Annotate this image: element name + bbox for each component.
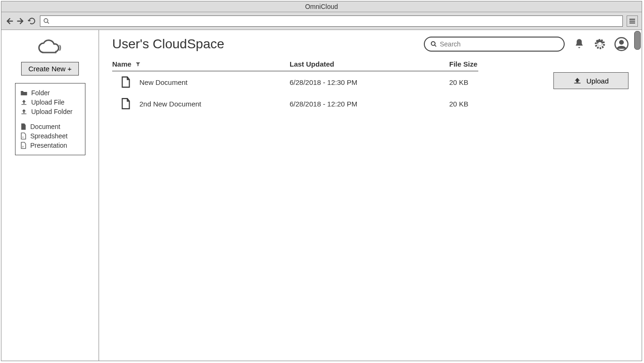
folder-icon (20, 90, 28, 96)
svg-point-0 (44, 18, 48, 22)
col-name-label: Name (112, 60, 131, 68)
file-date: 6/28/2018 - 12:30 PM (290, 78, 449, 86)
search-icon (43, 18, 50, 24)
forward-icon[interactable] (16, 17, 25, 25)
menu-item-spreadsheet[interactable]: x Spreadsheet (20, 131, 80, 141)
svg-rect-1 (21, 104, 26, 105)
filter-icon[interactable] (135, 61, 141, 67)
svg-text:x: x (22, 136, 23, 138)
upload-label: Upload (586, 77, 609, 85)
avatar-icon[interactable] (614, 37, 629, 51)
document-icon (121, 76, 131, 88)
svg-point-9 (619, 40, 624, 45)
file-name: New Document (139, 78, 188, 86)
menu-item-label: Upload File (31, 98, 65, 106)
bell-icon[interactable] (573, 38, 585, 50)
column-header-date[interactable]: Last Updated (290, 60, 449, 68)
menu-icon[interactable] (627, 15, 638, 27)
browser-toolbar (1, 12, 642, 30)
main-content: User's CloudSpace (99, 30, 642, 361)
sidebar: Create New + Folder Upload File (1, 30, 99, 361)
svg-point-5 (431, 42, 435, 45)
column-header-size[interactable]: File Size (449, 60, 478, 68)
menu-item-upload-file[interactable]: Upload File (20, 98, 80, 107)
gear-icon[interactable] (594, 38, 606, 50)
menu-item-label: Spreadsheet (31, 132, 68, 140)
upload-icon (20, 99, 28, 106)
search-input[interactable] (440, 40, 558, 48)
url-input[interactable] (52, 17, 620, 24)
search-icon (430, 41, 437, 47)
svg-point-7 (598, 42, 602, 46)
file-size: 20 KB (449, 78, 478, 86)
file-size: 20 KB (449, 100, 478, 108)
menu-item-folder[interactable]: Folder (20, 88, 80, 98)
url-bar[interactable] (40, 15, 623, 27)
menu-item-label: Upload Folder (31, 108, 73, 115)
create-menu: Folder Upload File Upload Folder (15, 83, 85, 155)
upload-icon (20, 108, 28, 115)
menu-item-document[interactable]: Document (20, 122, 80, 131)
menu-item-label: Document (31, 123, 61, 130)
page-title: User's CloudSpace (112, 37, 224, 52)
svg-text:p: p (22, 145, 24, 148)
menu-item-upload-folder[interactable]: Upload Folder (20, 107, 80, 116)
table-row[interactable]: 2nd New Document 6/28/2018 - 12:20 PM 20… (112, 93, 478, 114)
svg-rect-2 (21, 113, 26, 114)
search-box[interactable] (424, 37, 565, 52)
upload-button[interactable]: Upload (553, 72, 629, 89)
back-icon[interactable] (5, 17, 14, 25)
column-header-name[interactable]: Name (112, 60, 290, 68)
scrollbar-thumb[interactable] (634, 31, 641, 50)
svg-rect-10 (574, 83, 581, 84)
menu-item-label: Folder (31, 89, 50, 97)
document-icon (20, 123, 27, 130)
create-new-button[interactable]: Create New + (21, 62, 78, 76)
upload-icon (573, 77, 582, 84)
file-date: 6/28/2018 - 12:20 PM (290, 100, 449, 108)
cloud-logo-icon (37, 39, 63, 56)
file-table: Name Last Updated File Size New Document (112, 60, 478, 114)
file-name: 2nd New Document (139, 100, 201, 108)
document-icon (121, 98, 131, 110)
refresh-icon[interactable] (28, 17, 36, 25)
spreadsheet-icon: x (20, 132, 27, 140)
table-row[interactable]: New Document 6/28/2018 - 12:30 PM 20 KB (112, 71, 478, 93)
presentation-icon: p (20, 142, 27, 149)
menu-item-presentation[interactable]: p Presentation (20, 141, 80, 150)
window-title: OmniCloud (1, 1, 642, 12)
menu-item-label: Presentation (31, 142, 68, 149)
